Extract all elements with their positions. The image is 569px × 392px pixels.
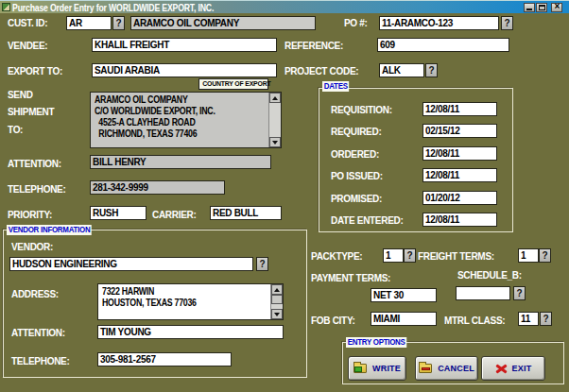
write-button-label: WRITE [372, 364, 401, 373]
exit-button-label: EXIT [512, 364, 532, 373]
app-icon [2, 3, 10, 11]
mtrl-class-lookup-button[interactable]: ? [540, 312, 552, 326]
packtype-field[interactable]: 1 [383, 248, 404, 263]
title-bar: Purchase Order Entry for WORLDWIDE EXPOR… [0, 0, 569, 13]
po-issued-field[interactable]: 12/08/11 [422, 168, 497, 182]
carrier-field[interactable]: RED BULL [210, 206, 282, 220]
maximize-icon [539, 5, 545, 10]
vendor-telephone-field[interactable]: 305-981-2567 [97, 352, 232, 366]
cust-id-lookup-button[interactable]: ? [112, 16, 125, 30]
promised-label: PROMISED: [331, 194, 382, 204]
schedule-b-lookup-button[interactable]: ? [513, 286, 526, 300]
exit-button[interactable]: EXIT [481, 356, 545, 381]
address-field[interactable]: 7322 HARWIN HOUSTON, TEXAS 77036 [97, 283, 284, 320]
purchase-order-window: Purchase Order Entry for WORLDWIDE EXPOR… [0, 0, 569, 392]
ship-to-text: ARAMCO OIL COMPANY C/O WORLDWIDE EXPORT,… [95, 94, 267, 140]
vendor-label: VENDOR: [11, 242, 53, 252]
address-scrollbar-thumb[interactable] [271, 295, 283, 304]
window-title: Purchase Order Entry for WORLDWIDE EXPOR… [12, 3, 214, 13]
minimize-icon [526, 9, 532, 10]
freight-terms-lookup-button[interactable]: ? [539, 248, 551, 263]
cancel-button-label: CANCEL [438, 364, 474, 373]
date-entered-label: DATE ENTERED: [331, 215, 403, 226]
address-line-1: 7322 HARWIN [102, 286, 249, 298]
telephone-field[interactable]: 281-342-9999 [90, 180, 225, 195]
vendor-field[interactable]: HUDSON ENGINEERING [9, 257, 253, 271]
address-text: 7322 HARWIN HOUSTON, TEXAS 77036 [102, 286, 268, 309]
minimize-button[interactable] [524, 3, 535, 12]
carrier-label: CARRIER: [152, 210, 197, 220]
reference-field[interactable]: 609 [377, 38, 509, 52]
required-field[interactable]: 02/15/12 [422, 124, 497, 138]
country-of-export-tooltip: COUNTRY OF EXPORT [198, 78, 268, 90]
schedule-b-field[interactable] [456, 286, 510, 300]
cancel-folder-icon [419, 364, 432, 373]
requisition-field[interactable]: 12/08/11 [422, 102, 497, 116]
vendor-attention-label: ATTENTION: [11, 328, 65, 338]
ship-to-field[interactable]: ARAMCO OIL COMPANY C/O WORLDWIDE EXPORT,… [90, 92, 282, 148]
send-label-3: TO: [8, 125, 23, 135]
attention-field[interactable]: BILL HENRY [90, 155, 271, 169]
address-line-2: HOUSTON, TEXAS 77036 [102, 298, 249, 309]
reference-label: REFERENCE: [284, 41, 343, 51]
po-number-lookup-button[interactable]: ? [501, 16, 513, 30]
country-of-export-tooltip-text: COUNTRY OF EXPORT [202, 79, 270, 89]
ordered-field[interactable]: 12/08/11 [422, 146, 497, 161]
address-label: ADDRESS: [11, 289, 59, 299]
priority-label: PRIORITY: [8, 210, 52, 220]
up-arrow-icon [274, 288, 280, 292]
cust-id-field[interactable]: AR [66, 16, 112, 30]
required-label: REQUIRED: [331, 127, 381, 137]
ship-to-scrollbar[interactable] [268, 93, 281, 147]
po-number-label: PO #: [344, 18, 368, 28]
project-code-label: PROJECT CODE: [284, 66, 358, 77]
mtrl-class-field[interactable]: 11 [518, 312, 539, 326]
po-issued-label: PO ISSUED: [331, 171, 383, 181]
mtrl-class-label: MTRL CLASS: [444, 315, 505, 326]
address-scroll-up-button[interactable] [271, 284, 283, 295]
write-folder-icon [353, 364, 367, 373]
address-scrollbar[interactable] [270, 284, 283, 319]
export-to-field[interactable]: SAUDI ARABIA [92, 63, 277, 77]
cancel-button[interactable]: CANCEL [415, 356, 478, 381]
payment-terms-field[interactable]: NET 30 [371, 288, 437, 302]
maximize-button[interactable] [536, 3, 547, 12]
packtype-lookup-button[interactable]: ? [404, 248, 416, 263]
fob-city-field[interactable]: MIAMI [371, 312, 437, 326]
vendor-attention-field[interactable]: TIM YOUNG [97, 325, 284, 339]
telephone-label: TELEPHONE: [8, 184, 65, 195]
write-button[interactable]: WRITE [348, 356, 406, 381]
vendee-label: VENDEE: [8, 41, 47, 51]
send-label-2: SHIPMENT [8, 107, 54, 117]
fob-city-label: FOB CITY: [311, 315, 355, 326]
priority-field[interactable]: RUSH [90, 206, 147, 220]
promised-field[interactable]: 01/20/12 [422, 191, 497, 205]
vendee-field[interactable]: KHALIL FREIGHT [92, 38, 277, 52]
freight-terms-field[interactable]: 1 [518, 248, 539, 263]
payment-terms-label: PAYMENT TERMS: [311, 273, 390, 283]
close-button[interactable]: × [551, 3, 562, 12]
dates-group-title: DATES [322, 81, 349, 92]
cust-name-field[interactable]: ARAMCO OIL COMPANY [130, 16, 316, 30]
down-arrow-icon [272, 141, 278, 145]
project-code-lookup-button[interactable]: ? [425, 63, 438, 77]
address-scroll-down-button[interactable] [271, 309, 283, 319]
ship-to-scroll-up-button[interactable] [269, 93, 281, 103]
ship-to-scroll-down-button[interactable] [269, 137, 281, 147]
ship-to-line-1: ARAMCO OIL COMPANY [95, 94, 246, 106]
attention-label: ATTENTION: [8, 159, 61, 169]
export-to-label: EXPORT TO: [8, 66, 62, 77]
entry-options-group-title: ENTRY OPTIONS [346, 337, 406, 348]
ship-to-line-4: RICHMOND, TEXAS 77406 [95, 128, 246, 140]
project-code-field[interactable]: ALK [379, 63, 424, 77]
vendor-lookup-button[interactable]: ? [256, 257, 268, 271]
up-arrow-icon [272, 96, 278, 100]
down-arrow-icon [274, 313, 280, 316]
date-entered-field[interactable]: 12/08/11 [422, 213, 497, 227]
close-x-icon: × [552, 3, 562, 10]
po-number-field[interactable]: 11-ARAMCO-123 [379, 16, 499, 30]
send-label-1: SEND [8, 90, 33, 100]
vendor-telephone-label: TELEPHONE: [11, 356, 69, 366]
packtype-label: PACKTYPE: [311, 251, 362, 262]
exit-x-icon [495, 364, 507, 373]
